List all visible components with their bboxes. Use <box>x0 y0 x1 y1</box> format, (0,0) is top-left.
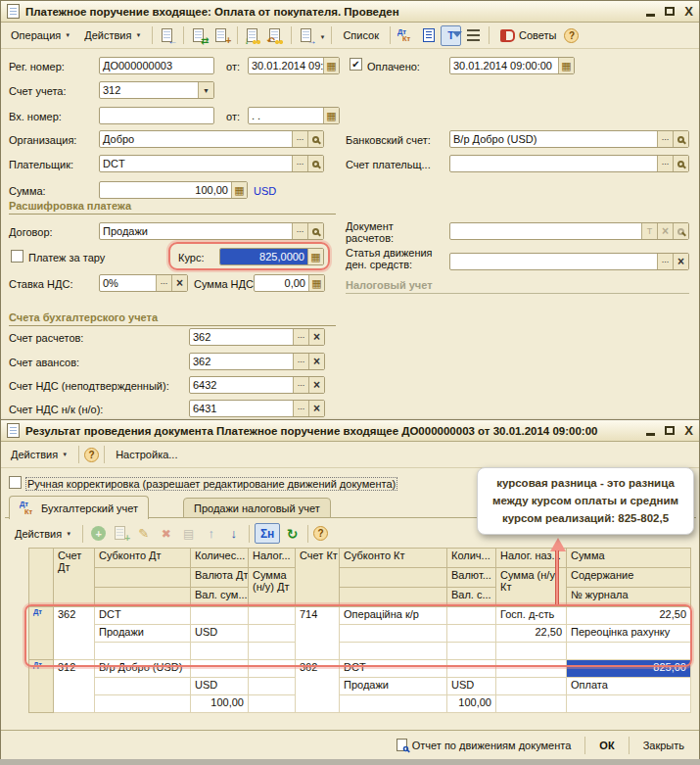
vat-sum-field[interactable]: 0,00▦ <box>254 274 325 292</box>
lookup-button[interactable] <box>307 156 323 171</box>
movements-report-button[interactable]: Отчет по движениям документа <box>390 735 579 755</box>
ellipsis-button[interactable]: ... <box>292 131 307 147</box>
row-dtkt-cell[interactable]: ДтКт <box>29 660 54 713</box>
cell-zhurnal[interactable] <box>567 643 691 660</box>
edit-row-button[interactable]: ✎ <box>133 523 154 544</box>
help-icon[interactable]: ? <box>84 448 99 462</box>
ellipsis-button[interactable]: ... <box>156 275 171 291</box>
maximize-icon[interactable] <box>665 7 675 16</box>
tab-sales-tax[interactable]: Продажи налоговый учет <box>183 498 331 518</box>
cell-summa[interactable]: 22,50 <box>567 607 691 625</box>
paid-date-field[interactable]: 30.01.2014 09:00:00▦ <box>449 57 575 74</box>
lookup-button[interactable] <box>673 223 688 239</box>
operation-menu[interactable]: Операция▼ <box>5 25 76 45</box>
ellipsis-button[interactable]: ... <box>292 156 307 171</box>
document-date-field[interactable]: 30.01.2014 09:00:00▦ <box>248 57 340 74</box>
settings-structure-button[interactable] <box>463 25 484 46</box>
incoming-date-field[interactable]: . .▦ <box>248 107 340 124</box>
calendar-icon[interactable]: ▦ <box>558 58 574 73</box>
vat-unconfirmed-account-field[interactable]: 6432...× <box>189 376 325 394</box>
cell-schet-kt[interactable]: 362 <box>296 660 340 713</box>
vat-rate-field[interactable]: 0%...× <box>99 274 188 292</box>
totals-button[interactable]: Σн <box>255 523 280 544</box>
copy-document-button[interactable]: + <box>211 25 232 46</box>
list-button[interactable]: Список <box>337 25 385 45</box>
tab-accounting[interactable]: ДтКт Бухгалтерский учет <box>9 496 149 519</box>
paid-checkbox[interactable]: ✔ <box>350 58 362 71</box>
ellipsis-button[interactable]: ... <box>657 131 673 147</box>
go-to-button[interactable]: →▼ <box>297 25 326 46</box>
copy-row-button[interactable]: + <box>111 523 131 544</box>
unpost-document-button[interactable]: ↶ <box>265 25 286 46</box>
tare-checkbox[interactable] <box>11 250 23 263</box>
clear-button[interactable]: × <box>308 329 324 345</box>
clear-button[interactable]: × <box>673 254 688 269</box>
cell-summa-selected[interactable]: 825,00 <box>567 660 691 678</box>
calculator-icon[interactable]: ▦ <box>307 249 323 264</box>
lookup-button[interactable] <box>307 131 323 147</box>
post-document-button[interactable]: ↓ <box>243 25 263 46</box>
filter-button[interactable]: Т <box>441 25 461 46</box>
contract-field[interactable]: Продажи... <box>99 222 324 240</box>
close-button[interactable]: Закрыть <box>636 736 691 755</box>
vat-nk-account-field[interactable]: 6431...× <box>189 400 325 417</box>
cell-subkonto-dt[interactable]: В/р Добро (USD) <box>95 660 191 678</box>
ellipsis-button[interactable]: ... <box>293 329 308 345</box>
ellipsis-button[interactable]: ... <box>292 223 307 239</box>
cell-nalog-naz[interactable]: Госп. д-сть <box>496 607 567 625</box>
reg-number-field[interactable]: ДО000000003 <box>99 57 214 74</box>
reread-button[interactable]: ← <box>158 25 178 46</box>
ellipsis-button[interactable]: ... <box>293 377 308 393</box>
rate-field[interactable]: 825,0000▦ <box>219 248 324 265</box>
cell-subkonto-kt[interactable]: DCT <box>340 660 447 678</box>
move-down-button[interactable]: ↓ <box>223 523 244 544</box>
settings-button[interactable]: Настройка... <box>110 445 183 464</box>
grid-actions-menu[interactable]: Действия▼ <box>9 524 77 544</box>
account-select[interactable]: 312▼ <box>99 81 214 99</box>
advance-account-field[interactable]: 362...× <box>189 353 325 370</box>
manual-adjustment-checkbox[interactable] <box>9 476 22 489</box>
cell-subkonto-kt[interactable]: Операційна к/р <box>340 607 447 625</box>
save-order-button[interactable]: ▤ <box>178 523 199 544</box>
refresh-button[interactable]: ↻ <box>282 523 303 544</box>
add-row-button[interactable]: + <box>88 523 109 544</box>
cell-nalog-naz[interactable] <box>496 660 567 678</box>
payer-field[interactable]: DCT... <box>99 155 324 172</box>
chevron-down-icon[interactable]: ▼ <box>198 82 213 98</box>
calendar-icon[interactable]: ▦ <box>323 108 339 123</box>
cell-schet-dt[interactable]: 362 <box>54 607 95 660</box>
payer-account-field[interactable]: ... <box>449 155 689 172</box>
actions-menu[interactable]: Действия▼ <box>5 445 73 464</box>
cell-soderzhanie[interactable]: Оплата <box>567 678 691 695</box>
dt-kt-button[interactable]: ДтКт <box>396 25 416 46</box>
ellipsis-button[interactable]: ... <box>657 156 673 171</box>
tips-button[interactable]: Советы <box>494 25 562 46</box>
clear-button[interactable]: × <box>308 354 324 369</box>
sum-field[interactable]: 100,00▦ <box>99 181 248 199</box>
bank-account-field[interactable]: В/р Добро (USD)... <box>449 130 689 148</box>
cell-soderzhanie[interactable]: Переоцінка рахунку <box>567 625 691 643</box>
settlement-account-field[interactable]: 362...× <box>189 328 325 346</box>
cell-subkonto-dt[interactable]: DCT <box>95 607 191 625</box>
move-up-button[interactable]: ↑ <box>201 523 221 544</box>
clear-button[interactable]: × <box>171 275 187 291</box>
clear-button[interactable]: × <box>308 377 324 393</box>
help-icon[interactable]: ? <box>564 28 579 43</box>
close-icon[interactable]: X <box>684 7 693 17</box>
cell-schet-kt[interactable]: 714 <box>296 607 340 660</box>
cashflow-field[interactable]: ...× <box>449 253 689 270</box>
row-dtkt-cell[interactable]: ДтКт <box>29 607 54 660</box>
refresh-document-button[interactable]: ⇄ <box>189 25 210 46</box>
cell-schet-dt[interactable]: 312 <box>54 660 95 713</box>
incoming-number-field[interactable] <box>99 107 214 124</box>
lookup-button[interactable] <box>307 223 323 239</box>
ellipsis-button[interactable]: ... <box>657 254 673 269</box>
type-button[interactable]: T <box>641 223 657 239</box>
document-structure-button[interactable] <box>418 25 439 46</box>
settlement-doc-field[interactable]: T× <box>449 222 689 240</box>
minimize-icon[interactable] <box>646 14 655 17</box>
lookup-button[interactable] <box>673 131 688 147</box>
ellipsis-button[interactable]: ... <box>293 401 308 416</box>
calculator-icon[interactable]: ▦ <box>231 182 247 198</box>
calculator-icon[interactable]: ▦ <box>308 275 324 291</box>
